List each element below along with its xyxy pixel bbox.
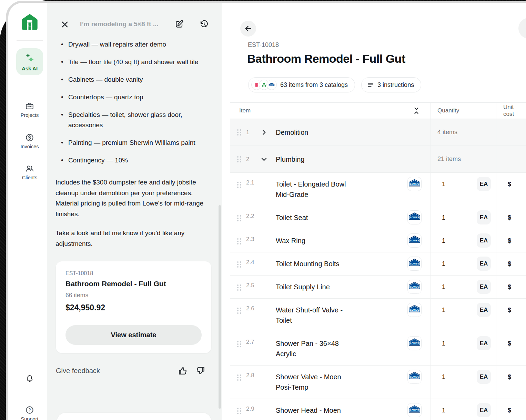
unit-cost-cell[interactable]: $ xyxy=(496,206,526,229)
unit-badge[interactable]: EA xyxy=(477,370,491,384)
unit-cost-cell[interactable]: $ xyxy=(496,332,526,365)
feedback-row: Give feedback xyxy=(56,366,211,377)
close-chat-button[interactable] xyxy=(60,19,70,30)
back-button[interactable] xyxy=(240,21,256,37)
sidebar-item-support[interactable]: ? Support xyxy=(12,406,47,420)
unit-cost-cell[interactable]: $ xyxy=(496,229,526,252)
bullet-item: Painting — premium Sherwin Williams pain… xyxy=(68,138,216,148)
history-icon xyxy=(199,20,209,29)
svg-text:LOWE'S: LOWE'S xyxy=(410,376,419,378)
row-drag-handle[interactable] xyxy=(237,374,242,381)
quantity-cell[interactable]: 1EA xyxy=(431,206,496,229)
item-name[interactable]: Wax Ring xyxy=(276,229,305,252)
unit-badge[interactable]: EA xyxy=(477,257,491,271)
unit-cost-cell[interactable]: $ xyxy=(496,173,526,206)
group-name[interactable]: Plumbing xyxy=(276,154,304,164)
unit-cost-cell[interactable]: $ xyxy=(496,276,526,298)
chat-history-button[interactable] xyxy=(199,19,209,29)
quantity-cell[interactable]: 21 items xyxy=(431,146,496,172)
row-drag-handle[interactable] xyxy=(237,238,242,244)
item-name[interactable]: Shower Pan - 36×48 Acrylic xyxy=(276,332,354,365)
item-row[interactable]: 2.8Shower Valve - Moen Posi-TempLOWE'S1E… xyxy=(230,366,526,399)
unit-cost-cell[interactable] xyxy=(496,119,526,146)
item-name[interactable]: Toilet - Elongated Bowl Mid-Grade xyxy=(276,173,354,206)
unit-cost-cell[interactable]: $ xyxy=(496,299,526,332)
item-row[interactable]: 2.2Toilet SeatLOWE'S1EA$ xyxy=(230,206,526,229)
collapse-all-button[interactable] xyxy=(413,106,420,115)
quantity-cell[interactable]: 1EA xyxy=(431,173,496,206)
view-estimate-button[interactable]: View estimate xyxy=(65,325,202,345)
unit-cost-cell[interactable]: $ xyxy=(496,399,526,420)
chat-conversation-title[interactable]: I’m remodeling a 5×8 ft ... xyxy=(80,20,173,28)
give-feedback-label[interactable]: Give feedback xyxy=(56,367,100,375)
row-number: 2.1 xyxy=(246,173,276,186)
unit-badge[interactable]: EA xyxy=(477,303,491,317)
thumbs-up-button[interactable] xyxy=(178,366,189,377)
unit-badge[interactable]: EA xyxy=(477,177,491,191)
item-name[interactable]: Water Shut-off Valve - Toilet xyxy=(276,299,354,332)
item-row[interactable]: 2.4Toilet Mounting BoltsLOWE'S1EA$ xyxy=(230,252,526,276)
svg-text:LOWE'S: LOWE'S xyxy=(269,84,274,86)
row-drag-handle[interactable] xyxy=(237,408,242,414)
quantity-cell[interactable]: 1EA xyxy=(431,252,496,275)
group-row[interactable]: 2Plumbing21 items xyxy=(230,146,526,173)
item-cell: 2.9Shower Head - MoenLOWE'S xyxy=(230,399,431,420)
sidebar-item-clients[interactable]: Clients xyxy=(12,164,47,180)
ask-ai-button[interactable]: Ask AI xyxy=(16,48,43,75)
item-name[interactable]: Toilet Mounting Bolts xyxy=(276,252,340,275)
item-name[interactable]: Toilet Seat xyxy=(276,206,308,229)
row-drag-handle[interactable] xyxy=(237,261,242,268)
row-drag-handle[interactable] xyxy=(237,156,242,162)
catalogs-chip[interactable]: LOWE'S 63 items from 3 catalogs xyxy=(248,77,355,92)
collapse-group-chevron[interactable] xyxy=(260,156,276,163)
item-name[interactable]: Shower Valve - Moen Posi-Temp xyxy=(276,366,354,399)
item-name[interactable]: Shower Head - Moen xyxy=(276,399,341,420)
row-drag-handle[interactable] xyxy=(237,129,242,136)
sidebar-item-invoices[interactable]: Invoices xyxy=(12,133,47,149)
quantity-cell[interactable]: 1EA xyxy=(431,366,496,399)
sidebar-item-projects[interactable]: Projects xyxy=(12,102,47,118)
unit-badge[interactable]: EA xyxy=(477,233,491,248)
item-row[interactable]: 2.7Shower Pan - 36×48 AcrylicLOWE'S1EA$ xyxy=(230,332,526,366)
quantity-cell[interactable]: 1EA xyxy=(431,299,496,332)
expand-group-chevron[interactable] xyxy=(260,129,276,136)
item-name[interactable]: Toilet Supply Line xyxy=(276,276,330,298)
item-row[interactable]: 2.5Toilet Supply LineLOWE'S1EA$ xyxy=(230,276,526,299)
row-drag-handle[interactable] xyxy=(237,308,242,314)
unit-badge[interactable]: EA xyxy=(477,210,491,224)
item-row[interactable]: 2.6Water Shut-off Valve - ToiletLOWE'S1E… xyxy=(230,299,526,332)
notifications-button[interactable] xyxy=(12,374,47,383)
quantity-cell[interactable]: 1EA xyxy=(431,399,496,420)
row-drag-handle[interactable] xyxy=(237,215,242,221)
group-name[interactable]: Demolition xyxy=(276,127,308,138)
panel-corner-button[interactable] xyxy=(518,18,526,39)
item-cell: 2.4Toilet Mounting BoltsLOWE'S xyxy=(230,252,431,275)
item-row[interactable]: 2.1Toilet - Elongated Bowl Mid-GradeLOWE… xyxy=(230,173,526,206)
instructions-chip[interactable]: 3 instructions xyxy=(361,77,421,92)
estimate-detail-panel: EST-10018 Bathroom Remodel - Full Gut LO… xyxy=(222,3,526,420)
new-chat-button[interactable] xyxy=(174,19,184,29)
group-row[interactable]: 1Demolition4 items xyxy=(230,119,526,146)
row-drag-handle[interactable] xyxy=(237,341,242,347)
table-body: 1Demolition4 items2Plumbing21 items2.1To… xyxy=(230,119,526,420)
unit-cost-cell[interactable]: $ xyxy=(496,252,526,275)
chat-scrollbar[interactable] xyxy=(219,205,221,409)
item-row[interactable]: 2.9Shower Head - MoenLOWE'S1EA$ xyxy=(230,399,526,420)
row-drag-handle[interactable] xyxy=(237,284,242,291)
unit-cost-cell[interactable]: $ xyxy=(496,366,526,399)
quantity-cell[interactable]: 1EA xyxy=(431,229,496,252)
quantity-cell[interactable]: 1EA xyxy=(431,332,496,365)
unit-cost-cell[interactable] xyxy=(496,146,526,172)
row-drag-handle[interactable] xyxy=(237,182,242,188)
lowes-vendor-badge: LOWE'S xyxy=(407,370,422,384)
quantity-cell[interactable]: 1EA xyxy=(431,276,496,298)
thumbs-down-button[interactable] xyxy=(195,366,206,377)
item-row[interactable]: 2.3Wax RingLOWE'S1EA$ xyxy=(230,229,526,252)
chat-composer-input[interactable] xyxy=(57,413,211,420)
svg-text:LOWE'S: LOWE'S xyxy=(410,239,419,242)
unit-badge[interactable]: EA xyxy=(477,280,491,294)
unit-badge[interactable]: EA xyxy=(477,336,491,350)
handoff-house-logo[interactable] xyxy=(21,13,39,31)
quantity-cell[interactable]: 4 items xyxy=(431,119,496,146)
unit-badge[interactable]: EA xyxy=(477,403,491,417)
